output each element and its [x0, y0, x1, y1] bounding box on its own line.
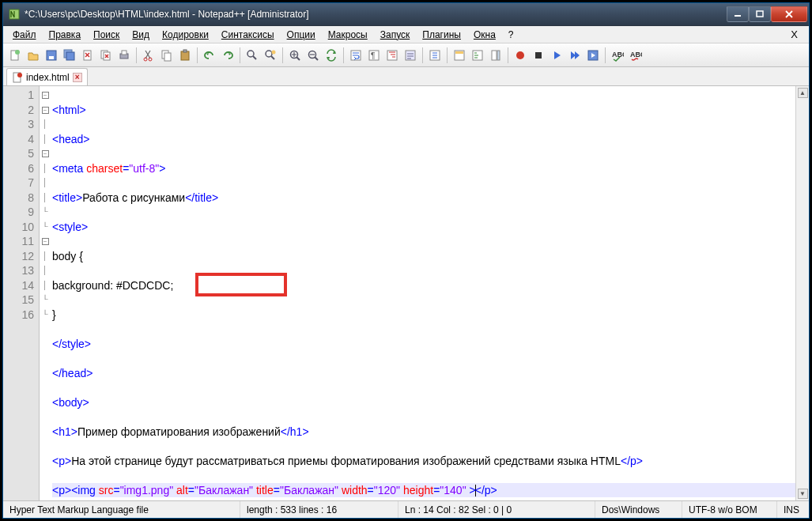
- svg-text:¶: ¶: [371, 51, 375, 60]
- menu-syntax[interactable]: Синтаксисы: [215, 28, 281, 42]
- svg-point-20: [247, 51, 254, 57]
- svg-point-42: [17, 73, 22, 77]
- svg-rect-37: [535, 52, 542, 59]
- toolbar: ¶ ABC ABC: [3, 43, 809, 67]
- paste-button[interactable]: [176, 47, 194, 64]
- close-button[interactable]: [771, 6, 807, 22]
- user-lang-button[interactable]: [402, 47, 419, 64]
- redo-button[interactable]: [219, 47, 236, 64]
- svg-rect-17: [164, 53, 171, 61]
- zoom-in-button[interactable]: [286, 47, 304, 64]
- maximize-button[interactable]: [749, 6, 771, 22]
- window-title: *C:\Users\pc\Desktop\HTML\index.html - N…: [25, 9, 727, 20]
- svg-rect-32: [455, 51, 463, 54]
- svg-rect-6: [49, 56, 54, 59]
- undo-button[interactable]: [201, 47, 218, 64]
- close-file-button[interactable]: [79, 47, 96, 64]
- close-all-button[interactable]: [97, 47, 115, 64]
- line-number-gutter: 1234 5678 9101112 13141516: [3, 86, 40, 500]
- status-eol[interactable]: Dos\Windows: [595, 501, 682, 518]
- menu-view[interactable]: Вид: [126, 28, 156, 42]
- menu-options[interactable]: Опции: [281, 28, 322, 42]
- menu-plugins[interactable]: Плагины: [416, 28, 467, 42]
- menu-search[interactable]: Поиск: [87, 28, 126, 42]
- stop-macro-button[interactable]: [530, 47, 547, 64]
- indent-guide-button[interactable]: [383, 47, 401, 64]
- fold-button[interactable]: [426, 47, 444, 64]
- status-length: length : 533 lines : 16: [240, 501, 398, 518]
- menubar: Файл Правка Поиск Вид Кодировки Синтакси…: [3, 26, 809, 43]
- svg-rect-18: [181, 51, 189, 60]
- minimize-button[interactable]: [727, 6, 749, 22]
- save-all-button[interactable]: [61, 47, 78, 64]
- record-macro-button[interactable]: [512, 47, 529, 64]
- svg-rect-8: [66, 52, 74, 60]
- menu-encoding[interactable]: Кодировки: [156, 28, 215, 42]
- svg-rect-1: [735, 15, 741, 17]
- status-filetype: Hyper Text Markup Language file: [3, 501, 240, 518]
- spellopts-button[interactable]: ABC: [627, 47, 644, 64]
- file-modified-icon: [12, 72, 23, 83]
- zoom-out-button[interactable]: [304, 47, 322, 64]
- fold-column[interactable]: − − ││ − │││ └└ − │││ └└: [40, 86, 51, 500]
- status-encoding[interactable]: UTF-8 w/o BOM: [682, 501, 777, 518]
- sync-scroll-button[interactable]: [323, 47, 340, 64]
- tab-label: index.html: [26, 72, 70, 83]
- menu-macros[interactable]: Макросы: [322, 28, 374, 42]
- show-chars-button[interactable]: ¶: [365, 47, 383, 64]
- tab-close-icon[interactable]: ×: [73, 73, 82, 82]
- copy-button[interactable]: [158, 47, 176, 64]
- open-file-button[interactable]: [25, 47, 42, 64]
- svg-rect-34: [492, 51, 497, 60]
- menu-edit[interactable]: Правка: [43, 28, 88, 42]
- svg-text:ABC: ABC: [630, 51, 642, 59]
- svg-rect-13: [122, 51, 127, 55]
- menu-windows[interactable]: Окна: [467, 28, 502, 42]
- save-button[interactable]: [43, 47, 60, 64]
- menu-file[interactable]: Файл: [6, 28, 43, 42]
- svg-text:ABC: ABC: [612, 51, 624, 59]
- new-file-button[interactable]: [6, 47, 24, 64]
- replace-button[interactable]: [262, 47, 279, 64]
- tab-index-html[interactable]: index.html ×: [6, 68, 88, 85]
- word-wrap-button[interactable]: [347, 47, 364, 64]
- svg-point-36: [516, 51, 524, 59]
- app-icon: [8, 8, 21, 21]
- svg-point-22: [272, 50, 276, 54]
- doc-list-button[interactable]: [451, 47, 468, 64]
- save-macro-button[interactable]: [584, 47, 602, 64]
- cut-button[interactable]: [140, 47, 157, 64]
- svg-point-4: [15, 50, 20, 55]
- window-titlebar: *C:\Users\pc\Desktop\HTML\index.html - N…: [3, 3, 809, 26]
- svg-rect-35: [497, 51, 500, 60]
- code-area[interactable]: <html> <head> <meta charset="utf-8"> <ti…: [51, 86, 809, 500]
- find-button[interactable]: [244, 47, 261, 64]
- tabbar: index.html ×: [3, 67, 809, 86]
- svg-point-21: [266, 51, 272, 57]
- svg-rect-2: [757, 11, 763, 17]
- func-list-button[interactable]: [469, 47, 486, 64]
- play-multi-button[interactable]: [566, 47, 584, 64]
- editor[interactable]: 1234 5678 9101112 13141516 − − ││ − │││ …: [3, 86, 809, 500]
- status-mode[interactable]: INS: [777, 501, 809, 518]
- spellcheck-button[interactable]: ABC: [609, 47, 626, 64]
- menu-run[interactable]: Запуск: [374, 28, 417, 42]
- statusbar: Hyper Text Markup Language file length :…: [3, 500, 809, 518]
- menu-help[interactable]: ?: [502, 28, 520, 42]
- play-macro-button[interactable]: [548, 47, 565, 64]
- svg-rect-19: [183, 50, 187, 52]
- doc-map-button[interactable]: [487, 47, 504, 64]
- menu-close-doc[interactable]: X: [783, 27, 806, 42]
- status-position: Ln : 14 Col : 82 Sel : 0 | 0: [398, 501, 595, 518]
- vertical-scrollbar[interactable]: ▲ ▼: [795, 86, 809, 500]
- scroll-up-icon[interactable]: ▲: [798, 88, 808, 98]
- scroll-down-icon[interactable]: ▼: [798, 489, 808, 499]
- print-button[interactable]: [115, 47, 133, 64]
